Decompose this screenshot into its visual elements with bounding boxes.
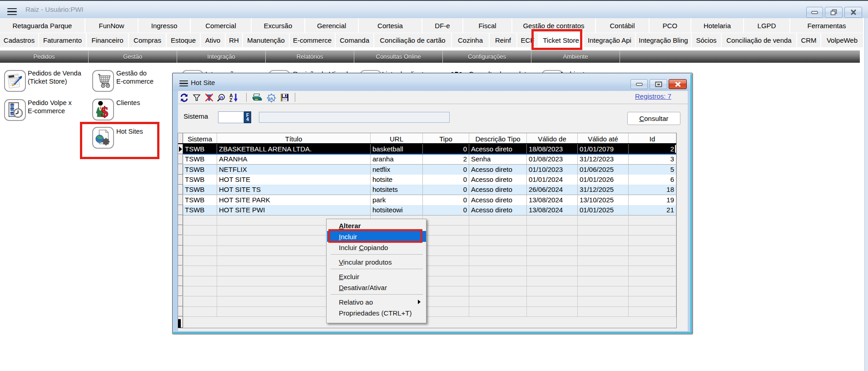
menu-item-retaguarda-parque[interactable]: Retaguarda Parque [0,18,85,33]
menu-item-hotelaria[interactable]: Hotelaria [691,18,744,33]
grid-cell[interactable]: 26/06/2024 [527,185,578,195]
grid-cell[interactable]: 0 [423,165,469,175]
toolbar-refresh-icon[interactable] [180,93,188,104]
menu-item-faturamento[interactable]: Faturamento [39,33,87,47]
menu-item-fiscal[interactable]: Fiscal [463,18,512,33]
grid-cell[interactable]: 01/06/2025 [578,165,629,175]
desktop-label-clientes[interactable]: Clientes [116,99,140,107]
grid-cell[interactable]: 3 [629,154,676,164]
desktop-label-pedido-volpe[interactable]: Pedido Volpe x E-commerce [28,99,72,115]
grid-cell[interactable]: 01/01/2025 [578,205,629,215]
grid-cell[interactable]: ARANHA [217,154,371,164]
band-item-configura-es[interactable]: Configurações [443,50,531,63]
band-item-pedidos[interactable]: Pedidos [0,50,89,63]
menu-item-comanda[interactable]: Comanda [336,33,374,47]
grid-cell[interactable]: 01/08/2023 [527,154,578,164]
context-menu-item-incluir-copiando[interactable]: Incluir Copiando [327,242,426,253]
hs-close-button[interactable] [669,79,687,89]
grid-cell[interactable]: HOT SITE PARK [217,195,371,205]
menu-item-cozinha[interactable]: Cozinha [452,33,490,47]
grid-cell[interactable]: 0 [423,185,469,195]
menu-item-compras[interactable]: Compras [129,33,167,47]
menu-item-concilia-o-de-cart-o[interactable]: Conciliação de cartão [374,33,452,47]
grid-cell[interactable]: 18 [629,185,676,195]
main-restore-button[interactable] [825,7,843,18]
grid-header-v-lido-de[interactable]: Válido de [527,133,578,144]
grid-cell[interactable]: TSWB [183,154,217,164]
grid-cell[interactable]: ZBASKETBALL ARENA LTDA. [217,144,371,154]
grid-header-tipo[interactable]: Tipo [423,133,469,144]
grid-cell[interactable]: Acesso direto [469,205,527,215]
grid-cell[interactable]: Acesso direto [469,195,527,205]
consultar-button[interactable]: Consultar [627,112,680,125]
grid-cell[interactable]: 01/10/2023 [527,165,578,175]
band-item-integra-o[interactable]: Integração [177,50,266,63]
toolbar-find-icon[interactable]: n [217,93,226,104]
desktop-icon-pedido-volpe[interactable] [4,99,26,121]
grid-cell[interactable]: hotsitets [371,185,423,195]
grid-cell[interactable]: NETFLIX [217,165,371,175]
band-item-gest-o[interactable]: Gestão [89,50,177,63]
grid-cell[interactable]: HOT SITE [217,175,371,185]
menu-item-concilia-o-de-venda[interactable]: Conciliação de venda [722,33,797,47]
menu-item-reinf[interactable]: Reinf [490,33,517,47]
grid-cell[interactable]: netflix [371,165,423,175]
desktop-icon-clientes[interactable]: $ [92,99,114,120]
desktop-label-gestao-ecommerce[interactable]: Gestão do E-commerce [116,69,154,85]
sistema-code-input[interactable] [218,111,244,123]
menu-item-estoque[interactable]: Estoque [167,33,201,47]
grid-cell[interactable]: 31/12/2023 [578,154,629,164]
menu-item-df-e[interactable]: DF-e [422,18,463,33]
sistema-text-input[interactable] [259,112,450,123]
hot-site-titlebar[interactable]: Hot Site [173,74,692,91]
records-count-link[interactable]: Registros: 7 [635,92,671,100]
band-item-relat-rios[interactable]: Relatórios [266,50,354,63]
grid-cell[interactable]: 18/08/2023 [527,144,578,154]
menu-item-s-cios[interactable]: Sócios [692,33,722,47]
grid-cell[interactable]: Acesso direto [469,185,527,195]
grid-cell[interactable]: 2 [423,154,469,164]
menu-item-funnow[interactable]: FunNow [85,18,139,33]
menu-item-lgpd[interactable]: LGPD [744,18,790,33]
menu-item-ingresso[interactable]: Ingresso [139,18,191,33]
grid-cell[interactable]: 0 [423,144,469,154]
grid-header-v-lido-at-[interactable]: Válido até [578,133,629,144]
grid-cell[interactable]: aranha [371,154,423,164]
main-close-button[interactable] [844,7,862,18]
sistema-lookup-button[interactable]: F4 [244,111,251,123]
grid-header-t-tulo[interactable]: Título [217,133,371,144]
grid-cell[interactable]: 19 [629,195,676,205]
grid-cell[interactable]: 5 [629,165,676,175]
menu-item-manuten-o[interactable]: Manutenção [243,33,290,47]
context-menu-item-propriedades-ctrl-t-[interactable]: Propriedades (CTRL+T) [327,307,426,318]
toolbar-sort-az-icon[interactable]: A Z [229,93,239,104]
grid-cell[interactable]: Acesso direto [469,175,527,185]
menu-item-cont-bil[interactable]: Contábil [596,18,650,33]
menu-item-integra-o-bling[interactable]: Integração Bling [636,33,692,47]
hs-maximize-button[interactable] [650,79,667,89]
grid-cell[interactable]: TSWB [183,205,217,215]
grid-cell[interactable]: TSWB [183,175,217,185]
menu-item-e-commerce[interactable]: E-commerce [290,33,336,47]
grid-header-url[interactable]: URL [371,133,423,144]
toolbar-save-icon[interactable] [280,93,289,104]
context-menu-item-desativar-ativar[interactable]: Desativar/Ativar [327,282,426,293]
menu-item-excurs-o[interactable]: Excursão [252,18,305,33]
hs-minimize-button[interactable] [630,79,648,89]
menu-item-pco[interactable]: PCO [650,18,691,33]
menu-item-cadastros[interactable]: Cadastros [0,33,39,47]
menu-item-volpeweb[interactable]: VolpeWeb [821,33,864,47]
grid-cell[interactable]: TSWB [183,165,217,175]
grid-cell[interactable]: 21 [629,205,676,215]
toolbar-filter-icon[interactable] [193,93,201,104]
grid-cell[interactable]: Senha [469,154,527,164]
grid-cell[interactable]: 6 [629,175,676,185]
grid-cell[interactable]: 0 [423,195,469,205]
menu-item-gerencial[interactable]: Gerencial [305,18,359,33]
menu-item-crm[interactable]: CRM [797,33,821,47]
context-menu-item-vincular-produtos[interactable]: Vincular produtos [327,256,426,267]
toolbar-clear-filter-icon[interactable] [204,93,214,104]
menu-item-cortesia[interactable]: Cortesia [359,18,422,33]
menu-item-ferramentas[interactable]: Ferramentas [790,18,864,33]
hot-sites-grid[interactable]: SistemaTítuloURLTipoDescrição TipoVálido… [178,133,677,328]
